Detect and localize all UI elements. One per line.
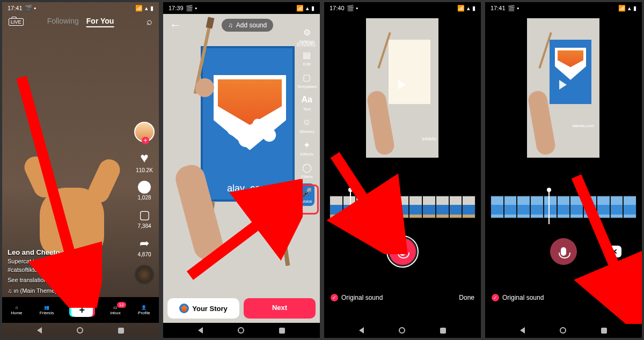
author-name[interactable]: Leo and Cheeto <box>8 248 127 257</box>
delete-voice-button[interactable]: ✕ <box>608 246 621 257</box>
android-nav <box>163 323 320 338</box>
effects-icon: ✦ <box>301 138 313 151</box>
caption-overlay: Leo and Cheeto Supercat to your res... .… <box>8 248 127 295</box>
music-note-icon: ♫ <box>228 21 233 29</box>
story-icon <box>179 304 189 313</box>
share-button[interactable]: ➦4,870 <box>137 236 151 257</box>
recents-key[interactable] <box>118 328 124 334</box>
home-key[interactable] <box>560 327 566 334</box>
back-key[interactable] <box>359 327 364 334</box>
nav-home[interactable]: ⌂Home <box>11 305 22 315</box>
tab-following[interactable]: Following <box>47 17 79 27</box>
action-rail: ♥110.2K 1,028 ▢7,384 ➦4,870 <box>134 122 155 284</box>
nav-friends[interactable]: 👥Friends <box>40 305 54 315</box>
nav-inbox[interactable]: ▭12Inbox <box>110 305 121 315</box>
status-bar: 17:40🎬▪ 📶▴▮ <box>324 2 481 14</box>
text-icon: Aa <box>301 93 313 106</box>
tool-edit[interactable]: ▤Edit <box>301 48 313 66</box>
feed-tabs: Following For You <box>47 17 114 27</box>
tool-text[interactable]: AaText <box>301 93 313 112</box>
tool-settings[interactable]: ⚙Settings <box>299 26 314 44</box>
close-icon: ✕ <box>611 247 618 256</box>
back-button[interactable]: ← <box>170 18 181 32</box>
timeline[interactable] <box>330 195 475 219</box>
profile-icon: 👤 <box>141 305 147 310</box>
tool-effects[interactable]: ✦Effects <box>301 138 313 157</box>
tab-for-you[interactable]: For You <box>86 17 114 27</box>
status-bar: 17:39🎬▪ 📶▴▮ <box>163 2 320 14</box>
tool-filters[interactable]: ◯Filters <box>301 161 313 179</box>
your-story-button[interactable]: Your Story <box>167 298 239 319</box>
live-icon[interactable]: LIVE <box>9 18 24 26</box>
home-key[interactable] <box>238 327 244 334</box>
done-button[interactable]: Done <box>459 294 474 301</box>
like-button[interactable]: ♥110.2K <box>136 150 153 173</box>
caption-line1: Supercat to your res... ...yp <box>8 258 78 264</box>
video-preview[interactable]: alavita.com <box>527 18 599 158</box>
tool-stickers[interactable]: ☺Stickers <box>299 116 314 134</box>
canvas-text: alavita.com <box>573 123 594 128</box>
play-icon <box>559 80 567 90</box>
original-sound-toggle[interactable]: ✓Original sound <box>331 294 383 301</box>
filters-icon: ◯ <box>301 161 313 174</box>
clock: 17:41 <box>491 5 506 11</box>
comment-button[interactable]: 1,028 <box>137 181 151 201</box>
home-key[interactable] <box>77 327 83 334</box>
canvas-text: alav .com <box>203 183 292 194</box>
nav-profile[interactable]: 👤Profile <box>138 305 150 315</box>
tool-templates[interactable]: ▢Templates <box>297 71 317 89</box>
playhead[interactable] <box>548 190 550 224</box>
back-key[interactable] <box>520 327 525 334</box>
heart-icon: ♥ <box>140 150 148 166</box>
screen-2-editor: 17:39🎬▪ 📶▴▮ alav .com ← ♫Add sound inMel… <box>163 2 320 338</box>
nav-create[interactable]: + <box>71 303 93 317</box>
sound-marquee[interactable]: ♫ ın (Main Theme) - 10ı... <box>8 287 127 295</box>
recents-key[interactable] <box>279 328 285 334</box>
status-bar: 17:41🎬▪ 📶▴▮ <box>2 2 159 14</box>
editor-canvas[interactable]: alav .com <box>163 14 320 323</box>
templates-icon: ▢ <box>301 71 313 84</box>
search-icon[interactable]: ⌕ <box>147 16 152 27</box>
tutorial-highlight-box <box>295 184 319 215</box>
timeline[interactable] <box>491 195 636 219</box>
stickers-icon: ☺ <box>301 116 313 129</box>
record-button[interactable] <box>550 238 577 265</box>
android-nav <box>324 323 481 338</box>
check-icon: ✓ <box>331 294 338 301</box>
see-more[interactable]: See more <box>70 267 96 273</box>
recents-key[interactable] <box>440 328 446 334</box>
editor-tool-rail: ⚙Settings ▤Edit ▢Templates AaText ☺Stick… <box>297 26 317 206</box>
back-key[interactable] <box>37 327 42 334</box>
edit-icon: ▤ <box>301 48 313 61</box>
plus-icon: + <box>71 303 93 317</box>
friends-icon: 👥 <box>44 305 49 310</box>
bookmark-button[interactable]: ▢7,384 <box>137 208 151 229</box>
microphone-icon <box>400 247 405 256</box>
home-key[interactable] <box>399 327 405 334</box>
bookmark-icon: ▢ <box>139 208 150 222</box>
see-translation[interactable]: See translation <box>8 276 127 284</box>
comment-icon <box>138 181 151 194</box>
share-icon: ➦ <box>140 236 149 250</box>
sound-disc[interactable] <box>135 265 154 284</box>
record-button[interactable] <box>389 238 416 265</box>
playhead[interactable] <box>350 190 351 224</box>
done-button[interactable]: Done <box>620 294 635 301</box>
original-sound-toggle[interactable]: ✓Original sound <box>492 294 544 301</box>
status-bar: 17:41🎬▪ 📶▴▮ <box>485 2 642 14</box>
clock: 17:41 <box>8 5 23 11</box>
recents-key[interactable] <box>601 328 607 334</box>
add-sound-button[interactable]: ♫Add sound <box>222 19 273 32</box>
back-key[interactable] <box>198 327 203 334</box>
watermark: inMelo <box>422 136 436 142</box>
android-nav <box>2 323 159 338</box>
painting: alav .com <box>201 46 295 202</box>
android-nav <box>485 323 642 338</box>
bottom-nav: ⌂Home 👥Friends + ▭12Inbox 👤Profile <box>2 297 159 323</box>
home-icon: ⌂ <box>15 305 18 310</box>
video-preview[interactable]: inMelo <box>366 18 438 158</box>
inbox-badge: 12 <box>117 302 126 308</box>
author-avatar[interactable] <box>134 122 155 142</box>
next-button[interactable]: Next <box>244 298 316 319</box>
microphone-icon <box>561 247 566 256</box>
